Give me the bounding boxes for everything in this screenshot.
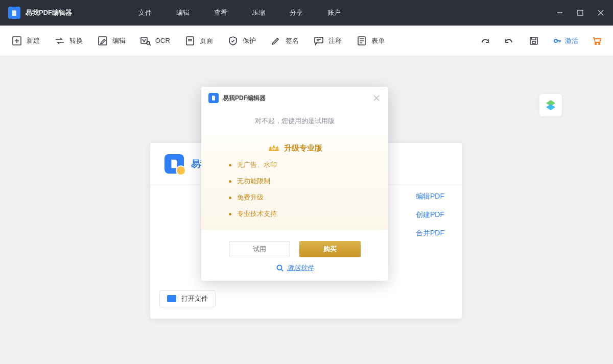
upgrade-panel: VIP 升级专业版 无广告、水印 无功能限制 免费升级 专业技术支持: [201, 135, 388, 230]
main-menu: 文件 编辑 查看 压缩 分享 账户: [138, 8, 341, 17]
workspace: 易我 编辑PDF 创建PDF 合并PDF 打开文件 易我PDF编辑器 对不起，您…: [0, 56, 613, 364]
undo-button[interactable]: [504, 35, 515, 46]
tool-edit-label: 编辑: [112, 36, 126, 45]
link-merge-pdf[interactable]: 合并PDF: [416, 229, 444, 238]
convert-icon: [54, 35, 65, 46]
app-logo: [8, 7, 20, 19]
benefit-item: 无广告、水印: [237, 160, 368, 169]
trial-modal: 易我PDF编辑器 对不起，您使用的是试用版 VIP 升级专业版 无广告、水印 无…: [201, 87, 388, 281]
tool-comment-label: 注释: [328, 36, 342, 45]
toolbar: 新建 转换 编辑 OCR 页面 保护 签名 注释 表单 激活: [0, 26, 613, 56]
tool-form-label: 表单: [371, 36, 385, 45]
activate-software-link[interactable]: 激活软件: [201, 263, 388, 281]
svg-point-10: [554, 39, 557, 42]
shield-icon: [227, 35, 239, 46]
ocr-icon: [140, 35, 151, 46]
plus-icon: [11, 35, 22, 46]
open-file-label: 打开文件: [181, 294, 208, 303]
tool-sign[interactable]: 签名: [270, 35, 299, 46]
edit-icon: [97, 35, 108, 46]
maximize-button[interactable]: [576, 9, 584, 17]
tool-edit[interactable]: 编辑: [97, 35, 126, 46]
tool-page-label: 页面: [200, 36, 213, 45]
svg-point-11: [595, 43, 597, 44]
crown-icon: VIP: [268, 143, 280, 153]
tool-new[interactable]: 新建: [11, 35, 40, 46]
tool-new-label: 新建: [27, 36, 40, 45]
svg-point-12: [599, 43, 600, 44]
benefit-item: 无功能限制: [237, 177, 368, 186]
folder-icon: [167, 295, 176, 302]
upgrade-title: 升级专业版: [284, 143, 322, 153]
trial-button[interactable]: 试用: [229, 241, 290, 257]
titlebar: 易我PDF编辑器 文件 编辑 查看 压缩 分享 账户: [0, 0, 613, 26]
tool-protect[interactable]: 保护: [227, 35, 256, 46]
trial-message: 对不起，您使用的是试用版: [201, 116, 388, 126]
tool-ocr-label: OCR: [155, 37, 170, 44]
key-icon: [553, 36, 562, 45]
search-icon: [276, 264, 284, 272]
link-edit-pdf[interactable]: 编辑PDF: [416, 192, 444, 201]
save-button[interactable]: [528, 35, 539, 46]
tool-convert[interactable]: 转换: [54, 35, 83, 46]
activate-label: 激活: [565, 36, 578, 45]
tool-form[interactable]: 表单: [356, 35, 385, 46]
minimize-button[interactable]: [556, 9, 564, 17]
page-icon: [184, 35, 196, 46]
side-widget[interactable]: [539, 94, 562, 116]
link-create-pdf[interactable]: 创建PDF: [416, 210, 444, 220]
modal-title: 易我PDF编辑器: [223, 94, 266, 103]
tool-convert-label: 转换: [69, 36, 83, 45]
svg-rect-7: [315, 37, 323, 43]
tool-protect-label: 保护: [243, 36, 256, 45]
window-controls: [556, 9, 605, 17]
modal-logo: [208, 93, 219, 103]
svg-text:VIP: VIP: [271, 148, 276, 151]
svg-point-14: [277, 265, 282, 270]
pen-icon: [270, 35, 281, 46]
menu-compress[interactable]: 压缩: [252, 8, 265, 17]
benefit-item: 专业技术支持: [237, 209, 368, 219]
close-button[interactable]: [597, 9, 605, 17]
tool-sign-label: 签名: [286, 36, 299, 45]
open-file-button[interactable]: 打开文件: [159, 290, 216, 307]
activate-software-label: 激活软件: [287, 263, 314, 273]
menu-edit[interactable]: 编辑: [176, 8, 190, 17]
cart-button[interactable]: [592, 36, 602, 46]
benefit-item: 免费升级: [237, 193, 368, 202]
brand-logo: [164, 154, 184, 174]
menu-account[interactable]: 账户: [327, 8, 341, 17]
buy-button[interactable]: 购买: [299, 241, 361, 257]
menu-share[interactable]: 分享: [290, 8, 303, 17]
svg-rect-1: [578, 10, 583, 15]
tool-page[interactable]: 页面: [184, 35, 213, 46]
modal-close-button[interactable]: [372, 93, 381, 103]
redo-button[interactable]: [479, 35, 490, 46]
comment-icon: [313, 35, 324, 46]
tool-ocr[interactable]: OCR: [140, 35, 170, 46]
form-icon: [356, 35, 367, 46]
tool-comment[interactable]: 注释: [313, 35, 342, 46]
menu-file[interactable]: 文件: [138, 8, 152, 17]
menu-view[interactable]: 查看: [214, 8, 227, 17]
activate-button[interactable]: 激活: [553, 36, 578, 45]
app-title: 易我PDF编辑器: [26, 8, 72, 17]
